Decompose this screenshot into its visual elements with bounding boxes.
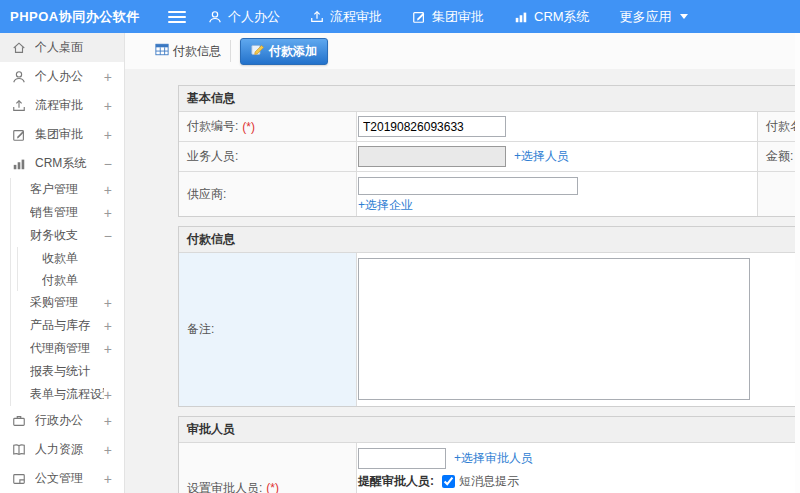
sidebar-item-personal-desktop[interactable]: 个人桌面 xyxy=(0,33,124,62)
sidebar-item-crm-system[interactable]: CRM系统 − xyxy=(0,149,124,178)
sidebar-item-group-approval[interactable]: 集团审批 + xyxy=(0,120,124,149)
amount-label: 金额: xyxy=(758,142,800,171)
sidebar-item-customer-mgmt[interactable]: 客户管理 + xyxy=(11,178,124,201)
nav-more-apps[interactable]: 更多应用 xyxy=(620,8,688,26)
flow-icon xyxy=(12,99,27,113)
sidebar-item-payment-order[interactable]: 付款单 xyxy=(18,269,124,291)
payment-name-label: 付款名称:(*) xyxy=(758,112,800,141)
row-remark: 备注: xyxy=(179,253,800,406)
expand-icon[interactable]: + xyxy=(104,70,112,84)
tab-bar: 付款信息 付款添加 xyxy=(125,33,800,69)
sidebar-item-product-inventory[interactable]: 产品与库存 + xyxy=(11,314,124,337)
section-payment-header: 付款信息 xyxy=(179,227,800,253)
expand-icon[interactable]: + xyxy=(104,414,112,428)
crm-submenu: 客户管理 + 销售管理 + 财务收支 − 收款单 付款单 采购管理 xyxy=(10,178,124,406)
approver-input[interactable] xyxy=(358,448,446,469)
scrollbar-track[interactable] xyxy=(795,33,800,493)
chart-icon xyxy=(12,157,27,171)
tab-payment-info[interactable]: 付款信息 xyxy=(155,43,221,60)
expand-icon[interactable]: + xyxy=(104,443,112,457)
row-payment-no: 付款编号:(*) 付款名称:(*) xyxy=(179,112,800,142)
briefcase-icon xyxy=(12,414,27,428)
sidebar-item-admin-office[interactable]: 行政办公 + xyxy=(0,406,124,435)
flow-icon xyxy=(310,10,324,24)
topbar: PHPOA协同办公软件 个人办公 流程审批 集团审批 CRM系统 xyxy=(0,0,800,33)
finance-submenu: 收款单 付款单 xyxy=(17,247,124,291)
expand-icon[interactable]: + xyxy=(104,296,112,310)
section-basic-header: 基本信息 xyxy=(179,86,800,112)
payment-no-label: 付款编号:(*) xyxy=(179,112,357,141)
choose-company-link[interactable]: +选择企业 xyxy=(358,197,413,214)
remark-textarea[interactable] xyxy=(358,258,750,400)
document-icon xyxy=(12,472,27,486)
sidebar-item-purchase-mgmt[interactable]: 采购管理 + xyxy=(11,291,124,314)
section-approver: 审批人员 设置审批人员:(*) +选择审批人员 提醒审批人员: 短消息 xyxy=(178,416,800,493)
edit-icon xyxy=(412,10,426,24)
collapse-icon[interactable]: − xyxy=(104,229,112,243)
sidebar-item-receipt-order[interactable]: 收款单 xyxy=(18,247,124,269)
supplier-label: 供应商: xyxy=(179,172,357,216)
pencil-icon xyxy=(251,43,264,59)
row-supplier: 供应商: +选择企业 xyxy=(179,172,800,216)
sidebar-item-agent-mgmt[interactable]: 代理商管理 + xyxy=(11,337,124,360)
staff-input xyxy=(358,146,506,167)
sidebar-item-personal-office[interactable]: 个人办公 + xyxy=(0,62,124,91)
expand-icon[interactable]: + xyxy=(104,183,112,197)
choose-approver-link[interactable]: +选择审批人员 xyxy=(454,450,533,467)
sms-notify-label: 短消息提示 xyxy=(459,473,519,490)
sms-notify-checkbox[interactable] xyxy=(442,475,455,488)
expand-icon[interactable]: + xyxy=(104,342,112,356)
choose-staff-link[interactable]: +选择人员 xyxy=(514,148,569,165)
tab-separator xyxy=(230,40,231,62)
menu-toggle-icon[interactable] xyxy=(168,8,186,26)
expand-icon[interactable]: + xyxy=(104,319,112,333)
table-icon xyxy=(155,43,169,59)
set-approver-label: 设置审批人员:(*) xyxy=(179,443,357,493)
person-icon xyxy=(208,10,222,24)
collapse-icon[interactable]: − xyxy=(104,157,112,171)
sidebar-item-document-mgmt[interactable]: 公文管理 + xyxy=(0,464,124,493)
form-content: 基本信息 付款编号:(*) 付款名称:(*) 业务人员: xyxy=(125,69,800,493)
expand-icon[interactable]: + xyxy=(104,472,112,486)
expand-icon[interactable]: + xyxy=(104,99,112,113)
remind-approver-label: 提醒审批人员: xyxy=(358,473,434,490)
chart-icon xyxy=(514,10,528,24)
required-mark: (*) xyxy=(266,481,279,493)
sidebar-item-form-workflow-settings[interactable]: 表单与流程设置 + xyxy=(11,383,124,406)
section-approver-header: 审批人员 xyxy=(179,417,800,443)
remark-label: 备注: xyxy=(179,253,357,406)
caret-down-icon xyxy=(680,14,688,19)
row-approver: 设置审批人员:(*) +选择审批人员 提醒审批人员: 短消息提示 注：流程第一步… xyxy=(179,443,800,493)
row-staff: 业务人员: +选择人员 金额: xyxy=(179,142,800,172)
app-title: PHPOA协同办公软件 xyxy=(0,8,160,26)
sidebar-item-reports-stats[interactable]: 报表与统计 xyxy=(11,360,124,383)
nav-workflow-approval[interactable]: 流程审批 xyxy=(310,8,382,26)
home-icon xyxy=(12,41,27,55)
section-payment-info: 付款信息 备注: xyxy=(178,226,800,407)
tab-payment-add[interactable]: 付款添加 xyxy=(240,38,328,65)
nav-personal-office[interactable]: 个人办公 xyxy=(208,8,280,26)
nav-group-approval[interactable]: 集团审批 xyxy=(412,8,484,26)
sidebar-item-human-resources[interactable]: 人力资源 + xyxy=(0,435,124,464)
top-navigation: 个人办公 流程审批 集团审批 CRM系统 更多应用 xyxy=(208,8,688,26)
book-icon xyxy=(12,443,27,457)
expand-icon[interactable]: + xyxy=(104,388,112,402)
sidebar-item-sales-mgmt[interactable]: 销售管理 + xyxy=(11,201,124,224)
nav-crm-system[interactable]: CRM系统 xyxy=(514,8,590,26)
staff-label: 业务人员: xyxy=(179,142,357,171)
supplier-input[interactable] xyxy=(358,177,578,195)
payment-no-input[interactable] xyxy=(358,116,506,137)
expand-icon[interactable]: + xyxy=(104,206,112,220)
required-mark: (*) xyxy=(242,120,255,134)
sidebar: 个人桌面 个人办公 + 流程审批 + 集团审批 + xyxy=(0,33,125,493)
main-area: 付款信息 付款添加 基本信息 付款编号:(*) xyxy=(125,33,800,493)
sidebar-item-workflow-approval[interactable]: 流程审批 + xyxy=(0,91,124,120)
sidebar-item-finance-inout[interactable]: 财务收支 − xyxy=(11,224,124,247)
section-basic-info: 基本信息 付款编号:(*) 付款名称:(*) 业务人员: xyxy=(178,85,800,217)
expand-icon[interactable]: + xyxy=(104,128,112,142)
edit-icon xyxy=(12,128,27,142)
person-icon xyxy=(12,70,27,84)
